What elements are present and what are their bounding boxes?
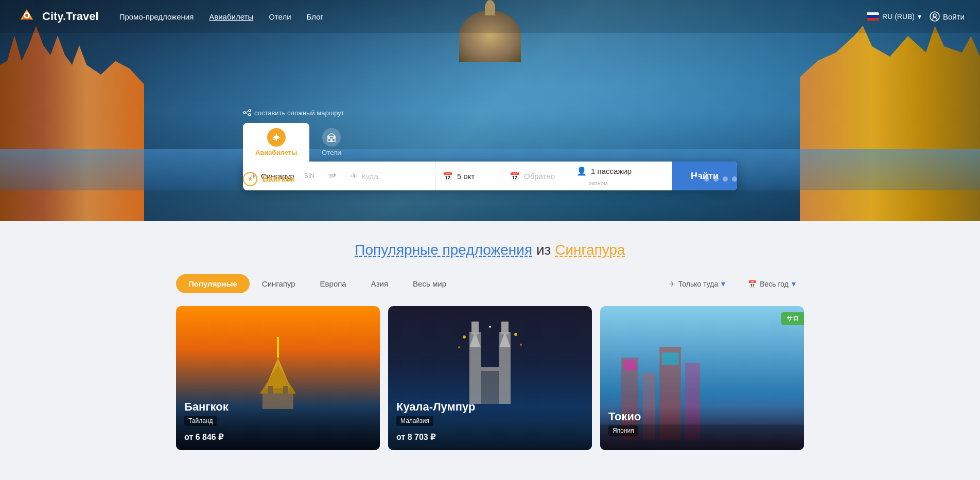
filter-popular[interactable]: Популярные xyxy=(176,274,250,293)
card-content-kuala: Куала-Лумпур Малайзия от 8 703 ₽ xyxy=(388,392,592,450)
card-city-tokyo: Токио xyxy=(608,410,796,423)
svg-point-6 xyxy=(933,14,936,17)
filter-direction-dropdown[interactable]: ✈ Только туда ▾ xyxy=(661,274,733,294)
tab-hotels[interactable]: Отели xyxy=(309,123,354,162)
svg-point-9 xyxy=(249,114,251,116)
filter-period-label: Весь год xyxy=(760,280,789,288)
promo-destination[interactable]: Бангкок xyxy=(262,174,294,184)
filter-world[interactable]: Весь мир xyxy=(400,274,459,293)
period-chevron-icon: ▾ xyxy=(792,279,796,289)
svg-rect-13 xyxy=(330,138,332,141)
login-button[interactable]: Войти xyxy=(930,11,965,22)
svg-rect-14 xyxy=(328,137,330,139)
card-city-bangkok: Бангкок xyxy=(184,400,372,414)
lang-selector[interactable]: RU (RUB) ▾ xyxy=(867,12,921,21)
plane-small-icon: ✈ xyxy=(669,280,675,288)
filter-direction-label: Только туда xyxy=(678,280,718,288)
filter-tabs: Популярные Сингапур Европа Азия Весь мир… xyxy=(176,274,804,294)
filter-period-dropdown[interactable]: 📅 Весь год ▾ xyxy=(740,274,804,294)
promo-dest-icon: ★ xyxy=(243,172,257,186)
complex-route-label: составить сложный маршрут xyxy=(254,109,344,117)
tab-flights[interactable]: Авиабилеты xyxy=(243,123,309,162)
popular-title-link[interactable]: Популярные предложения xyxy=(355,242,532,258)
promo-dot-2[interactable] xyxy=(704,176,709,182)
lang-chevron-icon: ▾ xyxy=(918,12,921,21)
card-price-kuala: от 8 703 ₽ xyxy=(396,432,584,442)
promo-dot-3[interactable] xyxy=(713,176,719,182)
svg-point-32 xyxy=(489,326,491,328)
card-country-kuala: Малайзия xyxy=(396,416,433,426)
login-label: Войти xyxy=(943,12,965,21)
svg-line-10 xyxy=(246,111,249,113)
promo-dot-4[interactable] xyxy=(723,176,728,182)
svg-rect-27 xyxy=(501,322,509,334)
svg-point-8 xyxy=(249,110,251,112)
search-container: составить сложный маршрут Авиабилеты xyxy=(243,123,737,190)
popular-city-link[interactable]: Сингапура xyxy=(555,242,625,258)
logo-icon xyxy=(15,5,38,28)
card-tokyo[interactable]: サロ Токио Япония xyxy=(600,306,804,450)
logo-text: City.Travel xyxy=(42,10,99,23)
header-right: RU (RUB) ▾ Войти xyxy=(867,11,965,22)
filter-asia[interactable]: Азия xyxy=(359,274,400,293)
svg-rect-24 xyxy=(471,322,479,334)
popular-section: Популярные предложения из Сингапура Попу… xyxy=(161,221,819,450)
svg-rect-16 xyxy=(277,337,279,358)
promo-plane-icon: ✈ xyxy=(300,174,306,184)
flights-tab-label: Авиабилеты xyxy=(255,149,297,156)
filter-singapore[interactable]: Сингапур xyxy=(250,274,308,293)
nav-hotels[interactable]: Отели xyxy=(269,12,291,21)
card-content-bangkok: Бангкок Тайланд от 6 846 ₽ xyxy=(176,392,380,450)
svg-point-30 xyxy=(463,335,466,339)
promo-banner: ★ Бангкок ✈ от 6 846 ₽ прямой рейс xyxy=(243,172,737,186)
card-content-tokyo: Токио Япония xyxy=(600,402,804,450)
hotels-tab-icon xyxy=(322,128,341,147)
svg-line-11 xyxy=(246,113,249,115)
svg-point-33 xyxy=(458,346,460,348)
card-country-bangkok: Тайланд xyxy=(184,416,217,426)
promo-dot-1[interactable] xyxy=(695,176,700,182)
hotels-tab-label: Отели xyxy=(322,149,341,156)
promo-dot-5[interactable] xyxy=(732,176,737,182)
route-icon xyxy=(243,109,251,117)
svg-point-31 xyxy=(514,333,517,336)
lang-label: RU (RUB) xyxy=(882,12,915,21)
logo-area[interactable]: City.Travel xyxy=(15,5,99,28)
card-kuala[interactable]: Куала-Лумпур Малайзия от 8 703 ₽ xyxy=(388,306,592,450)
direction-chevron-icon: ▾ xyxy=(721,279,725,289)
svg-point-5 xyxy=(930,12,939,21)
popular-title: Популярные предложения из Сингапура xyxy=(176,242,804,258)
header: City.Travel Промо-предложения Авиабилеты… xyxy=(0,0,980,33)
flag-ru-icon xyxy=(867,12,879,21)
svg-point-4 xyxy=(25,14,28,17)
calendar-small-icon: 📅 xyxy=(748,280,757,288)
login-icon xyxy=(930,11,940,22)
filter-europe[interactable]: Европа xyxy=(308,274,359,293)
cards-row: Бангкок Тайланд от 6 846 ₽ xyxy=(176,306,804,450)
main-nav: Промо-предложения Авиабилеты Отели Блог xyxy=(119,12,867,21)
card-city-kuala: Куала-Лумпур xyxy=(396,400,584,414)
svg-rect-15 xyxy=(333,137,335,139)
card-price-bangkok: от 6 846 ₽ xyxy=(184,432,372,442)
nav-promo[interactable]: Промо-предложения xyxy=(119,12,194,21)
complex-route-link[interactable]: составить сложный маршрут xyxy=(243,109,344,117)
svg-point-7 xyxy=(243,112,246,114)
nav-blog[interactable]: Блог xyxy=(307,12,323,21)
card-bangkok[interactable]: Бангкок Тайланд от 6 846 ₽ xyxy=(176,306,380,450)
card-country-tokyo: Япония xyxy=(608,425,638,436)
promo-pagination xyxy=(695,176,737,182)
svg-point-34 xyxy=(520,344,522,346)
flights-tab-icon xyxy=(267,128,286,147)
promo-price: от 6 846 ₽ прямой рейс xyxy=(311,174,395,184)
nav-flights[interactable]: Авиабилеты xyxy=(209,12,253,21)
search-tabs: Авиабилеты Отели xyxy=(243,123,737,162)
